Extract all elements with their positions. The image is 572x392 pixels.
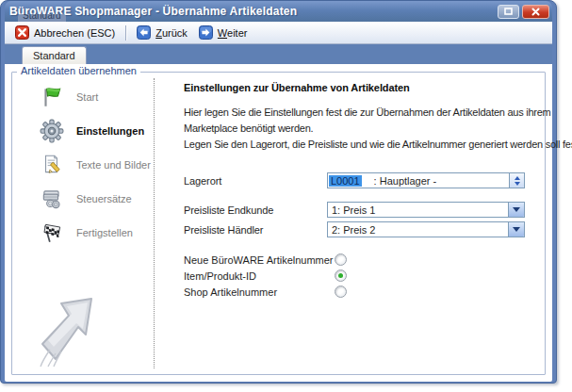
next-button[interactable]: Weiter: [193, 24, 253, 41]
page-title: Einstellungen zur Übernahme von Artikeld…: [184, 82, 535, 93]
radio-button[interactable]: [335, 270, 347, 282]
sidebar-item-label: Start: [76, 91, 98, 103]
artikelnummer-radio-group: Neue BüroWARE Artikelnummer Item/Produkt…: [184, 252, 535, 300]
sidebar-item-label: Fertigstellen: [76, 227, 133, 238]
lagerort-field[interactable]: L0001 : Hauptlager -: [327, 172, 525, 188]
main-panel: Artikeldaten übernehmen Start: [5, 64, 552, 382]
sidebar-item-steuersaetze[interactable]: Steuersätze: [39, 184, 152, 214]
preisliste-endkunde-label: Preisliste Endkunde: [184, 204, 327, 216]
radio-button[interactable]: [335, 286, 347, 298]
sidebar-item-start[interactable]: Start: [39, 82, 152, 112]
preisliste-haendler-row: Preisliste Händler 2: Preis 2: [184, 220, 535, 238]
cancel-button[interactable]: Abbrechen (ESC): [9, 24, 121, 41]
lagerort-value-rest: : Hauptlager -: [374, 175, 437, 187]
sidebar-item-label: Texte und Bilder: [76, 159, 151, 171]
back-button[interactable]: Zurück: [131, 24, 193, 41]
radio-button[interactable]: [335, 253, 347, 266]
lagerort-spinner[interactable]: [509, 173, 524, 188]
lagerort-selected-value: L0001: [329, 175, 362, 187]
toolbar: Abbrechen (ESC) Zurück Weiter: [5, 22, 552, 44]
titlebar: BüroWARE Shopmanager - Übernahme Artikel…: [5, 1, 552, 22]
arrow-left-icon: [137, 25, 151, 40]
toolbar-separator: [125, 25, 126, 41]
radio-row-neue-artikelnummer[interactable]: Neue BüroWARE Artikelnummer: [184, 252, 535, 268]
spinner-down-icon: [515, 182, 520, 186]
intro-line: Hier legen Sie die Einstellungen fest di…: [184, 105, 535, 121]
chevron-down-icon: [513, 227, 520, 232]
preisliste-endkunde-row: Preisliste Endkunde 1: Preis 1: [184, 201, 535, 219]
radio-row-shop-artikelnummer[interactable]: Shop Artikelnummer: [184, 284, 535, 300]
tab-strip: Standard: [5, 44, 552, 64]
radio-row-item-produkt-id[interactable]: Item/Produkt-ID: [184, 268, 535, 284]
document-pencil-icon: [39, 153, 64, 178]
cancel-button-label: Abbrechen (ESC): [34, 27, 115, 39]
settings-form: Lagerort L0001 : Hauptlager - Preis: [184, 172, 535, 238]
radio-label: Neue BüroWARE Artikelnummer: [184, 254, 335, 266]
lagerort-row: Lagerort L0001 : Hauptlager -: [184, 172, 535, 189]
preisliste-endkunde-value: 1: Preis 1: [328, 204, 375, 216]
intro-line: Marketplace benötigt werden.: [184, 121, 535, 137]
sidebar-item-einstellungen[interactable]: Einstellungen: [39, 116, 152, 146]
sidebar-item-texte-und-bilder[interactable]: Texte und Bilder: [39, 150, 152, 180]
sidebar-item-label: Steuersätze: [76, 193, 132, 204]
radio-label: Item/Produkt-ID: [184, 270, 335, 282]
preisliste-haendler-label: Preisliste Händler: [184, 224, 327, 236]
wizard-content: Einstellungen zur Übernahme von Artikeld…: [184, 82, 535, 300]
intro-text: Hier legen Sie die Einstellungen fest di…: [184, 105, 535, 153]
groupbox-title: Artikeldaten übernehmen: [17, 65, 140, 76]
close-icon[interactable]: [522, 5, 549, 19]
sidebar-item-label: Einstellungen: [76, 125, 144, 137]
green-flag-icon: [39, 85, 64, 110]
wizard-sidebar: Start: [39, 82, 152, 252]
lagerort-label: Lagerort: [184, 175, 327, 187]
gear-icon: [39, 119, 64, 144]
radio-label: Shop Artikelnummer: [184, 286, 335, 298]
vertical-dotted-separator: [154, 78, 155, 368]
preisliste-endkunde-select[interactable]: 1: Preis 1: [327, 202, 525, 218]
spinner-up-icon: [515, 176, 520, 180]
chevron-down-icon: [513, 207, 520, 212]
arrow-right-icon: [199, 25, 213, 40]
groupbox-artikeldaten: Artikeldaten übernehmen Start: [11, 72, 546, 375]
tab-standard[interactable]: Standard: [22, 46, 87, 64]
preisliste-haendler-select[interactable]: 2: Preis 2: [327, 221, 525, 237]
intro-line: Legen Sie den Lagerort, die Preisliste u…: [184, 137, 535, 153]
maximize-icon[interactable]: [498, 5, 519, 19]
preisliste-haendler-value: 2: Preis 2: [328, 224, 375, 236]
dropdown-button[interactable]: [508, 222, 524, 237]
dropdown-button[interactable]: [508, 203, 524, 217]
money-icon: [39, 187, 64, 212]
red-x-icon: [15, 25, 29, 40]
next-button-label: Weiter: [218, 27, 248, 39]
titlebar-buttons: [498, 5, 549, 19]
arrow-watermark: [29, 291, 103, 372]
app-window: Standard BüroWARE Shopmanager - Übernahm…: [0, 0, 557, 384]
sidebar-item-fertigstellen[interactable]: Fertigstellen: [39, 218, 152, 248]
back-button-label: Zurück: [155, 27, 188, 39]
checkered-flag-icon: [39, 220, 64, 246]
